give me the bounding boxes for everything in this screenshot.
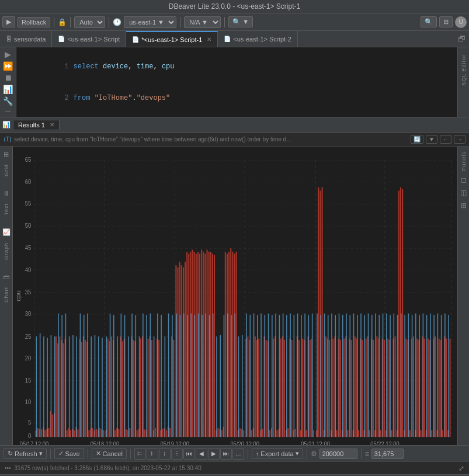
db-select[interactable]: N/A ▼ — [184, 16, 221, 28]
minimize-button[interactable]: 🗗 — [454, 34, 469, 43]
svg-rect-104 — [158, 340, 159, 437]
search-global-button[interactable]: 🔍 — [421, 16, 437, 27]
tab-script2[interactable]: 📄 *<us-east-1> Script-1 ✕ — [126, 31, 218, 47]
filter-btn[interactable]: ▼ — [426, 135, 437, 144]
tab-script2-close[interactable]: ✕ — [207, 36, 211, 43]
stop-btn[interactable]: ⏹ — [2, 73, 15, 83]
svg-rect-62 — [81, 342, 82, 437]
panel-btn3[interactable]: ⊞ — [461, 201, 467, 210]
row-count-input[interactable] — [371, 449, 404, 459]
region-select[interactable]: us-east-1 ▼ — [124, 16, 176, 28]
svg-rect-352 — [364, 315, 366, 437]
svg-rect-188 — [313, 430, 314, 437]
panel-btn1[interactable]: ◻ — [461, 176, 467, 184]
svg-rect-334 — [297, 314, 298, 437]
cancel-button[interactable]: ✕ Cancel — [92, 448, 127, 459]
next-btn[interactable]: ▶ — [208, 448, 220, 460]
align-left-btn[interactable]: ⊨ — [134, 448, 146, 460]
svg-rect-293 — [146, 315, 147, 437]
svg-rect-228 — [387, 339, 388, 437]
grid-button[interactable]: ⊞ — [439, 16, 453, 27]
svg-rect-132 — [210, 252, 211, 437]
svg-rect-351 — [360, 314, 362, 437]
svg-rect-369 — [426, 315, 428, 437]
svg-rect-370 — [430, 314, 431, 437]
svg-text:15: 15 — [25, 377, 32, 384]
run-script-btn[interactable]: ⏩ — [2, 61, 15, 71]
svg-rect-54 — [67, 430, 68, 437]
svg-rect-204 — [343, 339, 345, 437]
first-btn[interactable]: ⏮ — [183, 448, 195, 460]
script-icon: 📄 — [58, 36, 65, 42]
sql-editor[interactable]: 1select device, time, cpu 2from "IoTHome… — [16, 47, 457, 117]
svg-rect-78 — [111, 336, 112, 437]
svg-rect-138 — [221, 430, 223, 437]
explain-btn[interactable]: 📊 — [2, 84, 15, 94]
run-btn[interactable]: ▶ — [2, 50, 15, 60]
more-btn[interactable]: … — [232, 448, 244, 460]
svg-rect-170 — [280, 339, 282, 437]
prev-btn[interactable]: ◀ — [196, 448, 207, 460]
svg-rect-327 — [272, 315, 273, 437]
align-right-btn[interactable]: ⊧ — [147, 448, 158, 460]
svg-rect-276 — [84, 315, 85, 437]
svg-rect-220 — [373, 340, 374, 437]
tab-script1[interactable]: 📄 <us-east-1> Script — [52, 31, 126, 47]
tab-script3[interactable]: 📄 <us-east-1> Script-2 — [218, 31, 298, 47]
editor-line3: 3where time between ago(6d) and now() or… — [21, 114, 453, 117]
svg-rect-256 — [439, 339, 440, 437]
row-count-icon: ≡ — [365, 450, 369, 458]
cols-btn[interactable]: ⋮ — [171, 448, 183, 460]
svg-rect-112 — [173, 340, 174, 437]
export-button[interactable]: ↑ Export data ▾ — [252, 448, 303, 459]
svg-rect-60 — [78, 429, 79, 437]
svg-rect-80 — [114, 430, 116, 437]
svg-rect-355 — [375, 314, 376, 437]
svg-rect-186 — [310, 340, 311, 437]
svg-rect-308 — [202, 315, 203, 437]
graph-view-btn[interactable]: 📈 — [1, 227, 12, 238]
svg-text:5: 5 — [28, 419, 32, 426]
svg-rect-56 — [70, 430, 71, 437]
sort-btn[interactable]: ↕ — [159, 448, 171, 460]
svg-rect-357 — [383, 314, 384, 437]
left-view-buttons: ⊞ Grid Ⅲ Text 📈 Graph 🗃 Chart — [0, 147, 13, 445]
svg-rect-240 — [409, 430, 411, 437]
nav-prev-btn[interactable]: ← — [440, 135, 451, 144]
execute-button[interactable]: ▶ — [2, 16, 15, 27]
svg-rect-106 — [162, 429, 163, 437]
search-button[interactable]: 🔍 ▼ — [228, 16, 253, 27]
tab-script3-label: <us-east-1> Script-2 — [233, 36, 291, 43]
svg-text:05/20 12:00: 05/20 12:00 — [230, 441, 259, 445]
grid-view-btn[interactable]: ⊞ — [1, 149, 12, 159]
svg-rect-92 — [137, 430, 138, 437]
svg-rect-294 — [150, 314, 151, 437]
svg-rect-226 — [384, 340, 385, 437]
svg-rect-140 — [225, 252, 226, 437]
svg-rect-272 — [69, 336, 70, 437]
fetch-info-action[interactable]: ⤢ — [458, 464, 464, 472]
rollback-button[interactable]: Rollback — [18, 17, 50, 27]
chart-view-btn[interactable]: 🗃 — [1, 272, 12, 282]
nav-next-btn[interactable]: → — [454, 135, 465, 144]
svg-rect-84 — [122, 341, 123, 437]
panel-btn2[interactable]: ◫ — [460, 189, 467, 197]
format-btn[interactable]: 🔧 — [2, 96, 15, 106]
tab-sensordata[interactable]: 🗄 sensordata — [0, 31, 52, 47]
svg-rect-343 — [331, 314, 332, 437]
row-limit-input[interactable] — [319, 449, 357, 459]
svg-rect-367 — [419, 315, 420, 437]
save-button[interactable]: ✓ Save — [54, 448, 84, 459]
svg-rect-338 — [312, 314, 313, 437]
svg-rect-46 — [52, 415, 53, 437]
refresh-button[interactable]: ↻ Refresh ▾ — [4, 448, 47, 459]
text-view-btn[interactable]: Ⅲ — [1, 188, 12, 199]
filter-clear-btn[interactable]: 🔄 — [411, 135, 423, 144]
svg-rect-88 — [129, 428, 130, 437]
auto-select[interactable]: Auto — [74, 16, 105, 28]
svg-rect-114 — [177, 267, 178, 437]
results-tab-1[interactable]: Results 1 ✕ — [13, 120, 60, 130]
svg-rect-267 — [51, 335, 52, 437]
results-tab-1-close[interactable]: ✕ — [50, 121, 54, 128]
last-btn[interactable]: ⏭ — [220, 448, 232, 460]
